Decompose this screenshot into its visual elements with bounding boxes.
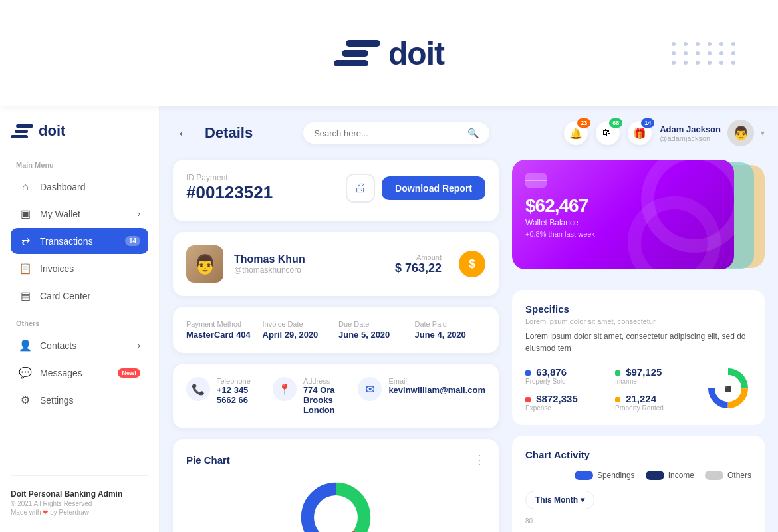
- chart-y-labels: 80 60 40: [525, 517, 751, 532]
- sidebar-item-label: Dashboard: [40, 182, 86, 192]
- main-content: ← Details 🔍 🔔 23 🛍 68 🎁 14: [160, 106, 778, 532]
- footer-copyright: © 2021 All Rights Reserved: [11, 500, 148, 507]
- wallet-card-main: $62,467 Wallet Balance +0.8% than last w…: [512, 160, 734, 269]
- home-icon: ⌂: [19, 181, 32, 193]
- stat-value: $872,335: [525, 393, 607, 404]
- transaction-user-card: 👨 Thomas Khun @thomaskhuncoro Amount $ 7…: [173, 232, 499, 296]
- stat-value: $97,125: [615, 366, 697, 378]
- footer-title: Doit Personal Banking Admin: [11, 489, 148, 499]
- invoice-date-value: April 29, 2020: [263, 330, 334, 340]
- legend-spendings: Spendings: [575, 471, 635, 480]
- sidebar-item-label: Messages: [40, 368, 82, 378]
- others-label: Others: [11, 319, 148, 327]
- spendings-dot: [575, 471, 593, 480]
- stat-label: Property Rented: [615, 404, 697, 412]
- main-layout: doit Main Menu ⌂ Dashboard ▣ My Wallet ›…: [0, 106, 778, 532]
- shopping-button[interactable]: 🛍 68: [596, 121, 620, 145]
- card-center-icon: ▤: [19, 289, 32, 302]
- gift-button[interactable]: 🎁 14: [628, 121, 652, 145]
- search-bar: 🔍: [303, 122, 489, 144]
- sidebar-item-messages[interactable]: 💬 Messages New!: [11, 360, 148, 386]
- phone-icon: 📞: [186, 377, 210, 401]
- transaction-user-avatar: 👨: [186, 245, 223, 283]
- top-header: doit: [0, 0, 778, 106]
- search-input[interactable]: [314, 128, 462, 138]
- pie-visual: [186, 477, 485, 532]
- stat-value: 63,876: [525, 366, 607, 378]
- sidebar-item-label: Invoices: [40, 263, 74, 274]
- specifics-body: Lorem ipsum dolor sit amet, consectetur …: [525, 331, 751, 354]
- sidebar-item-settings[interactable]: ⚙ Settings: [11, 387, 148, 413]
- chart-header: Chart Activity Spendings Income: [525, 449, 751, 509]
- invoices-icon: 📋: [19, 262, 32, 275]
- pie-chart-svg: [296, 481, 376, 532]
- transactions-icon: ⇄: [19, 235, 32, 247]
- decorative-dots: [672, 42, 738, 65]
- sidebar-item-label: Settings: [40, 395, 74, 406]
- stat-expense: $872,335 Expense: [525, 393, 607, 412]
- chart-title: Chart Activity: [525, 449, 590, 460]
- amount-value: $ 763,22: [395, 261, 442, 275]
- dollar-icon: $: [459, 251, 485, 277]
- footer-made: Made with ❤ by Peterdraw: [11, 509, 148, 516]
- dropdown-icon[interactable]: ▾: [761, 128, 765, 138]
- address-value: 774 Ora Brooks London: [303, 385, 342, 415]
- location-icon: 📍: [273, 377, 297, 401]
- contact-info-card: 📞 Telephone +12 345 5662 66 📍 Address: [173, 364, 499, 428]
- svg-text:⬛: ⬛: [725, 386, 731, 392]
- wallet-growth: +0.8% than last week: [525, 230, 721, 238]
- spec-chart-row: 63,876 Property Sold $97,125 Income: [525, 365, 751, 412]
- contacts-icon: 👤: [19, 339, 32, 352]
- sidebar-item-invoices[interactable]: 📋 Invoices: [11, 255, 148, 281]
- card-chip: [525, 173, 547, 188]
- print-button[interactable]: 🖨: [346, 174, 375, 203]
- stat-label: Expense: [525, 404, 607, 412]
- contact-row: 📞 Telephone +12 345 5662 66 📍 Address: [186, 377, 485, 415]
- sidebar-item-label: Card Center: [40, 291, 90, 301]
- gift-badge: 14: [641, 118, 654, 128]
- chevron-right-icon: ›: [138, 341, 140, 350]
- sidebar-item-my-wallet[interactable]: ▣ My Wallet ›: [11, 201, 148, 227]
- phone-item: 📞 Telephone +12 345 5662 66: [186, 377, 257, 415]
- invoice-date-label: Invoice Date: [263, 320, 334, 328]
- right-panel: $62,467 Wallet Balance +0.8% than last w…: [512, 160, 765, 532]
- top-logo: doit: [334, 35, 444, 72]
- wallet-label: Wallet Balance: [525, 218, 721, 227]
- amount-section: Amount $ 763,22: [395, 253, 442, 275]
- back-button[interactable]: ←: [173, 122, 194, 144]
- sidebar-item-dashboard[interactable]: ⌂ Dashboard: [11, 174, 148, 200]
- settings-icon: ⚙: [19, 394, 32, 406]
- pie-menu-icon[interactable]: ⋮: [473, 452, 485, 467]
- sidebar-logo-icon: [11, 124, 33, 138]
- avatar: 👨: [727, 120, 754, 146]
- chevron-down-icon: ▾: [581, 495, 584, 505]
- stat-value: 21,224: [615, 393, 697, 404]
- this-month-button[interactable]: This Month ▾: [525, 491, 594, 509]
- new-badge: New!: [118, 368, 140, 378]
- chart-activity-card: Chart Activity Spendings Income: [512, 436, 765, 532]
- method-label: Payment Method: [186, 320, 257, 328]
- chevron-right-icon: ›: [138, 209, 140, 219]
- sidebar-item-card-center[interactable]: ▤ Card Center: [11, 283, 148, 309]
- user-info: Adam Jackson @adamjackson 👨 ▾: [660, 120, 765, 146]
- sidebar-item-transactions[interactable]: ⇄ Transactions 14: [11, 228, 148, 254]
- notification-button[interactable]: 🔔 23: [564, 121, 588, 145]
- transactions-badge: 14: [125, 236, 140, 246]
- transaction-user-name: Thomas Khun: [234, 253, 305, 265]
- user-name: Adam Jackson: [660, 124, 721, 134]
- left-panel: ID Payment #00123521 🖨 Download Report 👨: [173, 160, 499, 532]
- email-label: Email: [388, 377, 485, 385]
- specifics-card: Specifics Lorem ipsum dolor sit amet, co…: [512, 290, 765, 425]
- address-label: Address: [303, 377, 342, 385]
- transaction-user-handle: @thomaskhuncoro: [234, 265, 305, 275]
- legend-income: Income: [646, 471, 694, 480]
- download-report-button[interactable]: Download Report: [382, 176, 485, 200]
- phone-label: Telephone: [217, 377, 257, 385]
- sidebar-item-contacts[interactable]: 👤 Contacts ›: [11, 332, 148, 358]
- topbar-right: 🔔 23 🛍 68 🎁 14 Adam Jackson @adamjackson: [564, 120, 765, 146]
- pie-chart-title: Pie Chart: [186, 454, 230, 466]
- payment-details-card: Payment Method MasterCard 404 Invoice Da…: [173, 307, 499, 353]
- sidebar-item-label: Transactions: [40, 236, 93, 247]
- payment-method-item: Payment Method MasterCard 404: [186, 320, 257, 340]
- due-date-label: Due Date: [338, 320, 410, 328]
